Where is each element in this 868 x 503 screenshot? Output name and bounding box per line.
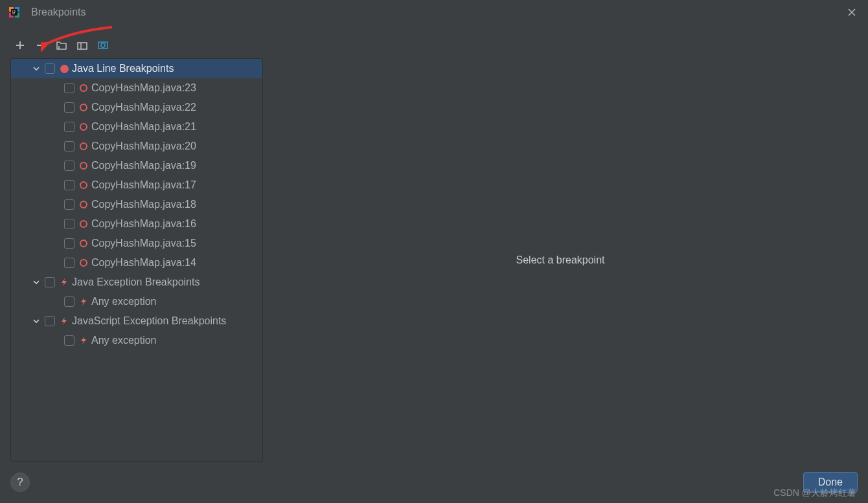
exception-bolt-icon: [59, 277, 69, 287]
breakpoint-ring-icon: [78, 238, 89, 249]
main-area: Java Line BreakpointsCopyHashMap.java:23…: [10, 58, 858, 462]
breakpoint-ring-icon: [78, 180, 89, 190]
breakpoint-group-row[interactable]: Java Exception Breakpoints: [11, 273, 262, 292]
breakpoint-item-row[interactable]: CopyHashMap.java:18: [11, 195, 262, 214]
breakpoint-ring-icon: [78, 122, 89, 132]
group-checkbox[interactable]: [45, 277, 55, 287]
breakpoint-item-row[interactable]: CopyHashMap.java:23: [11, 78, 262, 98]
breakpoint-item-row[interactable]: Any exception: [11, 331, 262, 350]
svg-rect-7: [78, 43, 87, 49]
breakpoint-item-row[interactable]: CopyHashMap.java:15: [11, 234, 262, 253]
item-label: CopyHashMap.java:19: [91, 160, 196, 172]
breakpoint-group-row[interactable]: Java Line Breakpoints: [11, 59, 262, 78]
breakpoint-item-row[interactable]: CopyHashMap.java:20: [11, 137, 262, 156]
item-label: CopyHashMap.java:16: [91, 218, 196, 230]
group-checkbox[interactable]: [45, 63, 55, 74]
remove-breakpoint-button[interactable]: [34, 38, 48, 52]
item-checkbox[interactable]: [64, 102, 74, 113]
item-checkbox[interactable]: [64, 83, 74, 93]
item-checkbox[interactable]: [64, 296, 74, 307]
item-checkbox[interactable]: [64, 180, 74, 190]
breakpoint-item-row[interactable]: CopyHashMap.java:16: [11, 214, 262, 234]
breakpoint-ring-icon: [78, 199, 89, 210]
item-checkbox[interactable]: [64, 238, 74, 249]
svg-point-9: [101, 43, 105, 47]
chevron-down-icon[interactable]: [30, 317, 42, 325]
breakpoint-item-row[interactable]: CopyHashMap.java:19: [11, 156, 262, 175]
window-title: Breakpoints: [31, 6, 86, 18]
group-checkbox[interactable]: [45, 316, 55, 326]
item-label: CopyHashMap.java:23: [91, 82, 196, 94]
item-label: CopyHashMap.java:17: [91, 179, 196, 191]
breakpoint-item-row[interactable]: CopyHashMap.java:22: [11, 98, 262, 117]
breakpoint-group-row[interactable]: JavaScript Exception Breakpoints: [11, 311, 262, 331]
item-label: CopyHashMap.java:21: [91, 121, 196, 133]
done-button[interactable]: Done: [803, 472, 858, 493]
group-toolbar-button-1[interactable]: [54, 38, 69, 52]
item-checkbox[interactable]: [64, 161, 74, 171]
item-checkbox[interactable]: [64, 258, 74, 268]
group-label: JavaScript Exception Breakpoints: [72, 315, 226, 327]
close-button[interactable]: [845, 5, 859, 19]
item-label: CopyHashMap.java:20: [91, 140, 196, 152]
exception-bolt-icon: [59, 316, 69, 326]
item-label: CopyHashMap.java:18: [91, 199, 196, 210]
item-checkbox[interactable]: [64, 335, 74, 346]
chevron-down-icon[interactable]: [30, 278, 42, 286]
bottom-bar: ? Done: [10, 468, 858, 497]
breakpoint-item-row[interactable]: Any exception: [11, 292, 262, 311]
item-label: CopyHashMap.java:15: [91, 238, 196, 249]
item-checkbox[interactable]: [64, 219, 74, 229]
breakpoint-tree-panel: Java Line BreakpointsCopyHashMap.java:23…: [10, 58, 263, 462]
chevron-down-icon[interactable]: [30, 65, 42, 73]
item-label: CopyHashMap.java:14: [91, 257, 196, 269]
svg-rect-5: [12, 14, 15, 14]
item-checkbox[interactable]: [64, 141, 74, 151]
breakpoint-ring-icon: [78, 258, 89, 268]
add-breakpoint-button[interactable]: [13, 38, 27, 52]
item-checkbox[interactable]: [64, 199, 74, 210]
toolbar: [0, 34, 868, 58]
help-button[interactable]: ?: [10, 473, 30, 492]
svg-text:IJ: IJ: [12, 10, 16, 14]
breakpoint-circle-icon: [59, 63, 69, 74]
app-icon: IJ: [8, 6, 21, 19]
breakpoint-item-row[interactable]: CopyHashMap.java:14: [11, 253, 262, 273]
item-checkbox[interactable]: [64, 122, 74, 132]
group-label: Java Line Breakpoints: [72, 63, 174, 74]
breakpoint-ring-icon: [78, 102, 89, 113]
titlebar: IJ Breakpoints: [0, 0, 868, 25]
item-label: Any exception: [91, 335, 157, 346]
breakpoint-ring-icon: [78, 141, 89, 151]
group-label: Java Exception Breakpoints: [72, 276, 200, 288]
breakpoint-item-row[interactable]: CopyHashMap.java:21: [11, 117, 262, 137]
item-label: CopyHashMap.java:22: [91, 102, 196, 113]
item-label: Any exception: [91, 296, 157, 307]
exception-bolt-icon: [78, 335, 89, 346]
group-toolbar-button-2[interactable]: [75, 38, 89, 52]
view-options-button[interactable]: [96, 38, 110, 52]
exception-bolt-icon: [78, 296, 89, 307]
breakpoint-item-row[interactable]: CopyHashMap.java:17: [11, 175, 262, 195]
placeholder-text: Select a breakpoint: [516, 254, 605, 266]
breakpoint-ring-icon: [78, 219, 89, 229]
breakpoint-ring-icon: [78, 161, 89, 171]
breakpoint-ring-icon: [78, 83, 89, 93]
detail-panel: Select a breakpoint: [263, 58, 858, 462]
